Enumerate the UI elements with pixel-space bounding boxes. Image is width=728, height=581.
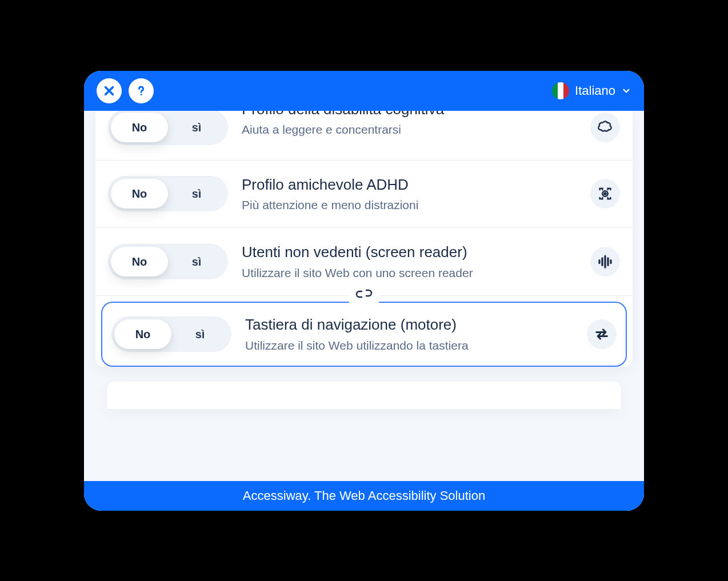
arrows-icon	[587, 319, 617, 349]
toggle-yes[interactable]: sì	[168, 247, 225, 277]
link-icon	[349, 286, 379, 304]
profile-title: Profilo amichevole ADHD	[242, 175, 577, 194]
profile-text: Profilo amichevole ADHD Più attenzione e…	[242, 175, 577, 213]
toggle-no[interactable]: No	[114, 319, 171, 349]
profile-row-keyboard[interactable]: No sì Tastiera di navigazione (motore) U…	[101, 302, 627, 367]
profile-subtitle: Aiuta a leggere e concentrarsi	[242, 122, 577, 137]
profile-text: Tastiera di navigazione (motore) Utilizz…	[245, 315, 573, 353]
svg-point-0	[141, 94, 142, 95]
toggle-yes[interactable]: sì	[168, 113, 225, 142]
target-icon	[590, 179, 620, 209]
profile-row-adhd[interactable]: No sì Profilo amichevole ADHD Più attenz…	[95, 161, 633, 229]
accessibility-panel: Italiano No sì Profilo della disabilità …	[84, 71, 644, 511]
profile-text: Profilo della disabilità cognitiva Aiuta…	[242, 117, 577, 138]
profiles-card: No sì Profilo della disabilità cognitiva…	[95, 111, 633, 367]
profile-title: Tastiera di navigazione (motore)	[245, 315, 573, 334]
soundwave-icon	[590, 247, 620, 277]
panel-header: Italiano	[84, 71, 644, 111]
footer-text: Accessiway. The Web Accessibility Soluti…	[243, 488, 485, 503]
close-icon	[103, 85, 115, 97]
flag-italy-icon	[552, 82, 569, 99]
help-button[interactable]	[129, 78, 154, 103]
panel-footer[interactable]: Accessiway. The Web Accessibility Soluti…	[84, 481, 644, 511]
profile-row-cognitive[interactable]: No sì Profilo della disabilità cognitiva…	[95, 111, 633, 161]
header-left-controls	[97, 78, 154, 103]
toggle-no[interactable]: No	[111, 113, 168, 142]
language-selector[interactable]: Italiano	[552, 82, 631, 99]
toggle-yes[interactable]: sì	[168, 179, 225, 209]
toggle-no[interactable]: No	[111, 247, 168, 277]
profile-subtitle: Più attenzione e meno distrazioni	[242, 197, 577, 213]
question-icon	[134, 84, 148, 98]
toggle-yes[interactable]: sì	[171, 319, 229, 349]
toggle-keyboard[interactable]: No sì	[111, 316, 231, 352]
panel-content: No sì Profilo della disabilità cognitiva…	[84, 111, 644, 481]
profile-subtitle: Utilizzare il sito Web utilizzando la ta…	[245, 338, 573, 353]
profile-title: Profilo della disabilità cognitiva	[242, 111, 577, 119]
profile-title: Utenti non vedenti (screen reader)	[242, 243, 577, 262]
toggle-no[interactable]: No	[111, 179, 168, 209]
chevron-down-icon	[621, 86, 631, 96]
toggle-cognitive[interactable]: No sì	[108, 111, 228, 145]
next-section-card	[107, 382, 621, 409]
profile-text: Utenti non vedenti (screen reader) Utili…	[242, 243, 577, 281]
toggle-adhd[interactable]: No sì	[108, 176, 228, 211]
language-label: Italiano	[575, 83, 615, 98]
profile-subtitle: Utilizzare il sito Web con uno screen re…	[242, 265, 577, 281]
cloud-icon	[590, 113, 620, 142]
svg-point-2	[604, 193, 606, 195]
close-button[interactable]	[97, 78, 122, 103]
toggle-blind[interactable]: No sì	[108, 244, 228, 279]
profile-row-blind[interactable]: No sì Utenti non vedenti (screen reader)…	[95, 228, 633, 296]
